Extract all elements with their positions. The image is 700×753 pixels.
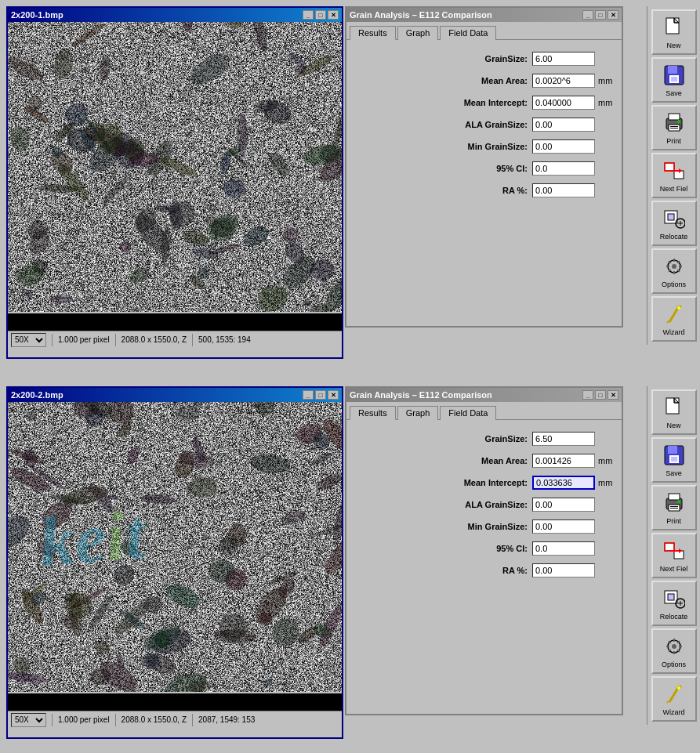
new-label-2: New	[666, 422, 680, 429]
analysis-minimize-btn-1[interactable]: _	[582, 10, 593, 20]
analysis-minimize-btn-2[interactable]: _	[582, 390, 593, 400]
svg-rect-20	[668, 214, 674, 220]
analysis-title-bar-2: Grain Analysis – E112 Comparison _ □ ✕	[346, 388, 622, 402]
save-icon-2	[662, 443, 687, 468]
wizard-icon-2	[662, 682, 687, 707]
print-icon-1	[662, 110, 687, 136]
ra-row-2: RA %:	[354, 563, 614, 577]
tab-results-1[interactable]: Results	[350, 26, 396, 40]
svg-rect-50	[668, 594, 674, 600]
maximize-btn-2[interactable]: □	[315, 390, 326, 400]
svg-line-56	[669, 686, 679, 702]
svg-rect-37	[671, 457, 677, 462]
alagrainsize-input-1[interactable]	[532, 118, 595, 132]
analysis-maximize-btn-2[interactable]: □	[595, 390, 606, 400]
tab-fielddata-1[interactable]: Field Data	[440, 26, 496, 40]
minimize-btn-1[interactable]: _	[303, 10, 314, 20]
nextfield-label-2: Next Fiel	[660, 565, 688, 573]
ra-input-1[interactable]	[532, 183, 595, 197]
ci95-row-1: 95% CI:	[354, 161, 614, 176]
wizard-button-2[interactable]: Wizard	[651, 676, 697, 722]
zoom-select-2[interactable]: 50X	[11, 713, 46, 727]
nextfield-icon-2	[662, 538, 687, 563]
meanintercept-input-2[interactable]	[532, 476, 595, 490]
tab-graph-1[interactable]: Graph	[397, 26, 439, 40]
save-button-1[interactable]: Save	[651, 57, 697, 103]
tab-fielddata-2[interactable]: Field Data	[440, 406, 496, 420]
mingrainsize-input-1[interactable]	[532, 139, 595, 154]
new-button-1[interactable]: New	[651, 9, 697, 55]
meanintercept-label-2: Mean Intercept:	[426, 478, 528, 487]
analysis-maximize-btn-1[interactable]: □	[595, 10, 606, 20]
print-button-1[interactable]: Print	[651, 105, 697, 150]
svg-point-43	[677, 500, 680, 503]
meanintercept-unit-1: mm	[598, 98, 614, 107]
relocate-button-2[interactable]: Relocate	[651, 581, 697, 626]
mingrainsize-label-2: Min GrainSize:	[426, 522, 528, 531]
meanarea-input-2[interactable]	[532, 454, 595, 468]
options-button-1[interactable]: Options	[651, 248, 697, 294]
meanarea-input-1[interactable]	[532, 74, 595, 88]
wizard-button-1[interactable]: Wizard	[651, 296, 697, 342]
relocate-label-2: Relocate	[660, 613, 688, 621]
meanintercept-unit-2: mm	[598, 478, 614, 487]
ra-row-1: RA %:	[354, 183, 614, 197]
minimize-btn-2[interactable]: _	[303, 390, 314, 400]
grainsize-input-2[interactable]	[532, 432, 595, 446]
image-title-1: 2x200-1.bmp	[11, 10, 63, 20]
alagrainsize-row-1: ALA GrainSize:	[354, 118, 614, 132]
meanarea-row-2: Mean Area: mm	[354, 454, 614, 468]
meanintercept-input-1[interactable]	[532, 96, 595, 110]
alagrainsize-input-2[interactable]	[532, 498, 595, 512]
close-btn-1[interactable]: ✕	[328, 10, 339, 20]
mingrainsize-input-2[interactable]	[532, 519, 595, 534]
wizard-label-2: Wizard	[662, 708, 684, 716]
tab-results-2[interactable]: Results	[350, 406, 396, 420]
new-icon-1	[662, 15, 687, 40]
status-bar-2: 50X 1.000 per pixel 2088.0 x 1550.0, Z 2…	[8, 711, 342, 728]
mingrainsize-row-2: Min GrainSize:	[354, 519, 614, 534]
meanarea-row-1: Mean Area: mm	[354, 74, 614, 88]
ci95-label-2: 95% CI:	[426, 544, 528, 553]
print-button-2[interactable]: Print	[651, 485, 697, 530]
grainsize-input-1[interactable]	[532, 52, 595, 66]
zoom-select-1[interactable]: 50X	[11, 333, 46, 347]
options-button-2[interactable]: Options	[651, 628, 697, 674]
wizard-label-1: Wizard	[662, 328, 684, 336]
svg-point-25	[672, 264, 676, 269]
svg-rect-9	[669, 114, 680, 120]
ci95-input-1[interactable]	[532, 161, 595, 176]
tab-graph-2[interactable]: Graph	[397, 406, 439, 420]
options-icon-1	[662, 254, 687, 279]
svg-rect-42	[670, 508, 678, 509]
ra-input-2[interactable]	[532, 563, 595, 577]
svg-rect-11	[670, 126, 678, 127]
image-canvas-2	[8, 402, 342, 692]
ci95-label-1: 95% CI:	[426, 164, 528, 173]
svg-rect-7	[671, 77, 677, 81]
svg-point-29	[677, 306, 680, 310]
options-label-1: Options	[662, 281, 686, 288]
nextfield-button-1[interactable]: Next Fiel	[651, 153, 697, 198]
relocate-button-1[interactable]: Relocate	[651, 201, 697, 246]
nextfield-button-2[interactable]: Next Fiel	[651, 533, 697, 578]
meanarea-label-2: Mean Area:	[426, 456, 528, 465]
save-icon-1	[662, 63, 687, 88]
meanintercept-row-2: Mean Intercept: mm	[354, 476, 614, 490]
close-btn-2[interactable]: ✕	[328, 390, 339, 400]
svg-rect-39	[669, 494, 680, 500]
ci95-input-2[interactable]	[532, 541, 595, 556]
save-button-2[interactable]: Save	[651, 437, 697, 483]
image-bottom-bar-2	[8, 693, 342, 711]
ra-label-1: RA %:	[426, 186, 528, 195]
new-button-2[interactable]: New	[651, 389, 697, 435]
maximize-btn-1[interactable]: □	[315, 10, 326, 20]
image-title-bar-2: 2x200-2.bmp _ □ ✕	[8, 388, 342, 402]
analysis-close-btn-2[interactable]: ✕	[608, 390, 618, 400]
alagrainsize-row-2: ALA GrainSize:	[354, 498, 614, 512]
ra-label-2: RA %:	[426, 566, 528, 575]
save-label-2: Save	[666, 469, 682, 477]
image-bottom-bar-1	[8, 313, 342, 331]
analysis-close-btn-1[interactable]: ✕	[608, 10, 618, 20]
image-title-bar-1: 2x200-1.bmp _ □ ✕	[8, 8, 342, 22]
